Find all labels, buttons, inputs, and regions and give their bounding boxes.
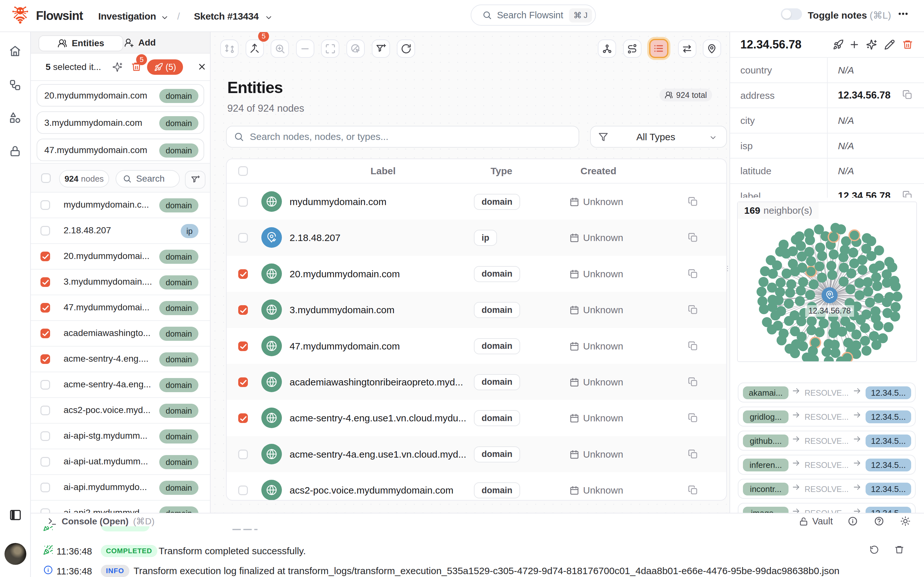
- svg-text:12.34.56.78: 12.34.56.78: [808, 306, 851, 315]
